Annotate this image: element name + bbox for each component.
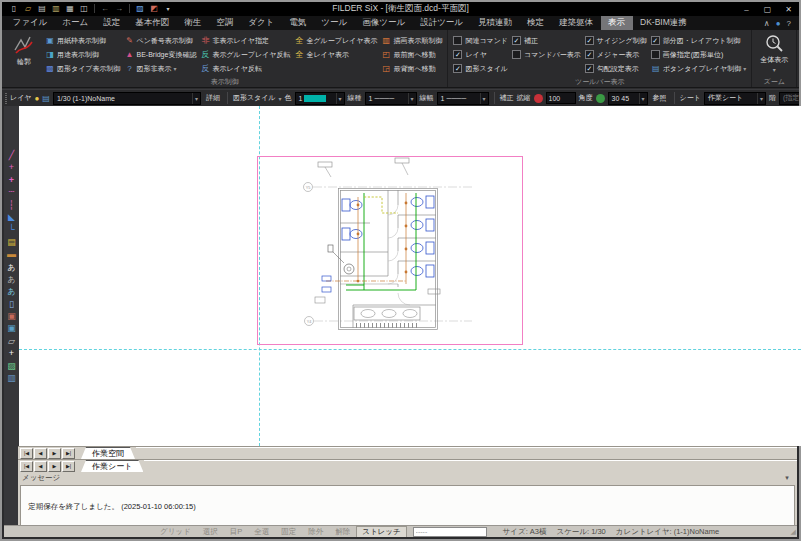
draw-order-control-button[interactable]: ▥ 描画表示順制御 bbox=[381, 34, 442, 47]
tab-building-frame[interactable]: 建築躯体 bbox=[552, 16, 601, 30]
qat-more-icon[interactable]: ▾ bbox=[163, 4, 173, 14]
tab-inspection[interactable]: 検定 bbox=[520, 16, 552, 30]
coordinate-tool-icon[interactable]: └ bbox=[6, 224, 18, 235]
insert-point-tool-icon[interactable]: + bbox=[6, 348, 18, 359]
undo-icon[interactable]: ← bbox=[100, 4, 110, 14]
tab-estimate-link[interactable]: 見積連動 bbox=[471, 16, 520, 30]
workspace-tab[interactable]: 作業空間 bbox=[81, 447, 135, 459]
tab-display[interactable]: 表示 bbox=[601, 16, 633, 30]
snap-cross-tool-icon[interactable]: + bbox=[6, 162, 18, 173]
angle-lock-icon[interactable] bbox=[596, 94, 605, 103]
toolbar-grip[interactable] bbox=[5, 93, 7, 104]
worksheet-tab[interactable]: 作業シート bbox=[81, 460, 143, 472]
be-bridge-check-button[interactable]: ▲ BE-Bridge変換確認 bbox=[125, 48, 197, 61]
next-sheet-button[interactable]: ▶ bbox=[48, 448, 61, 459]
select-all-toggle[interactable]: 全選 bbox=[248, 527, 275, 537]
edit-shape-tool-icon[interactable]: ▱ bbox=[6, 336, 18, 347]
next-worksheet-button[interactable]: ▶ bbox=[48, 461, 61, 472]
tab-electric[interactable]: 電気 bbox=[282, 16, 314, 30]
tab-hvac[interactable]: 空調 bbox=[209, 16, 241, 30]
angle-measure-tool-icon[interactable]: ◣ bbox=[6, 212, 18, 223]
print-icon[interactable]: ▦ bbox=[65, 4, 75, 14]
snap-point-toggle[interactable]: 目P bbox=[224, 527, 249, 537]
collapse-ribbon-icon[interactable]: ∧ bbox=[764, 19, 770, 28]
tab-settings[interactable]: 設定 bbox=[96, 16, 128, 30]
shape-hide-button[interactable]: ? 図形非表示 ▾ bbox=[125, 62, 197, 75]
stretch-toggle[interactable]: ストレッチ bbox=[356, 526, 406, 538]
layer-invert-button[interactable]: 反 表示レイヤ反転 bbox=[200, 62, 290, 75]
bring-to-front-button[interactable]: ◰ 最前面へ移動 bbox=[381, 48, 442, 61]
group-layer-invert-button[interactable]: 反 表示グループレイヤ反転 bbox=[200, 48, 290, 61]
checkbox-layer[interactable]: ✓ レイヤ bbox=[453, 48, 508, 61]
tab-file[interactable]: ファイル bbox=[5, 16, 55, 30]
text-edit-tool-icon[interactable]: あ bbox=[6, 274, 18, 285]
sheet-select[interactable]: 作業シート ▾ bbox=[704, 92, 766, 105]
tab-basic-draw[interactable]: 基本作図 bbox=[128, 16, 177, 30]
print-preview-icon[interactable]: ◫ bbox=[79, 4, 89, 14]
checkbox-image-assign[interactable]: 画像指定(図形単位) bbox=[651, 48, 747, 61]
grid-toggle[interactable]: グリッド bbox=[154, 527, 197, 537]
button-type-layer-control-button[interactable]: ▤ ボタンタイプレイヤ制御 ▾ bbox=[651, 62, 747, 75]
guide-line-tool-icon[interactable]: ┆ bbox=[6, 200, 18, 211]
fix-toggle[interactable]: 固定 bbox=[275, 527, 302, 537]
maximize-button[interactable]: ▢ bbox=[757, 3, 778, 16]
color-select[interactable]: 1 ▾ bbox=[295, 92, 345, 105]
resize-grip[interactable]: ◢ bbox=[791, 528, 797, 536]
tab-home[interactable]: ホーム bbox=[55, 16, 96, 30]
scale-lock-icon[interactable] bbox=[534, 94, 543, 103]
minimize-button[interactable]: – bbox=[736, 3, 757, 16]
text-tool-icon[interactable]: あ bbox=[6, 262, 18, 273]
layer-select[interactable]: 1/30 (1-1)NoName ▾ bbox=[53, 92, 201, 105]
info-icon[interactable]: ● bbox=[776, 19, 781, 28]
angle-select[interactable]: 30 45 ▾ bbox=[608, 92, 648, 105]
text-search-tool-icon[interactable]: あ bbox=[6, 286, 18, 297]
scale-input[interactable] bbox=[546, 92, 576, 104]
checkbox-slope-setting[interactable]: ✓ 勾配設定表示 bbox=[585, 62, 647, 75]
checkbox-shape-style[interactable]: ✓ 図形スタイル bbox=[453, 62, 508, 75]
help-icon[interactable]: ? bbox=[787, 19, 791, 28]
prev-sheet-button[interactable]: ◀ bbox=[34, 448, 47, 459]
all-group-layer-show-button[interactable]: 全 全グループレイヤ表示 bbox=[294, 34, 377, 47]
options-icon[interactable]: ◩ bbox=[149, 4, 159, 14]
move-to-layer-tool-icon[interactable]: ▣ bbox=[6, 323, 18, 334]
dimension-tool-icon[interactable]: ▬ bbox=[6, 249, 18, 260]
send-to-back-button[interactable]: ◲ 最背面へ移動 bbox=[381, 62, 442, 75]
exclude-toggle[interactable]: 除外 bbox=[302, 527, 329, 537]
new-file-icon[interactable]: ▯ bbox=[9, 4, 19, 14]
save-as-icon[interactable]: ▥ bbox=[51, 4, 61, 14]
checkbox-measure-display[interactable]: ✓ メジャー表示 bbox=[585, 48, 647, 61]
collapse-panel-icon[interactable]: ▾ bbox=[781, 474, 793, 482]
hatch-tool-icon[interactable]: ▤ bbox=[6, 237, 18, 248]
tab-image-tools[interactable]: 画像ツール bbox=[355, 16, 413, 30]
close-button[interactable]: ✕ bbox=[778, 3, 799, 16]
tab-duct[interactable]: ダクト bbox=[241, 16, 282, 30]
checkbox-correction[interactable]: ✓ 補正 bbox=[512, 34, 581, 47]
layer-detail-button[interactable]: 詳細 bbox=[204, 93, 222, 103]
status-input[interactable] bbox=[413, 527, 487, 537]
tab-sanitary[interactable]: 衛生 bbox=[177, 16, 209, 30]
open-folder-icon[interactable]: ▱ bbox=[23, 4, 33, 14]
drawing-canvas[interactable]: Y5 Y4 bbox=[19, 106, 801, 446]
tab-dk-bim[interactable]: DK-BIM連携 bbox=[633, 16, 695, 30]
first-worksheet-button[interactable]: |◀ bbox=[20, 461, 33, 472]
copy-to-layer-tool-icon[interactable]: ▣ bbox=[6, 311, 18, 322]
checkbox-related-command[interactable]: 関連コマンド bbox=[453, 34, 508, 47]
layer-palette-icon[interactable]: ▤ bbox=[42, 94, 50, 103]
bulb-icon[interactable]: ● bbox=[35, 94, 40, 103]
temporary-point-tool-icon[interactable]: + bbox=[6, 175, 18, 186]
redo-icon[interactable]: → bbox=[114, 4, 124, 14]
clipboard-icon[interactable]: ▨ bbox=[135, 4, 145, 14]
construction-line-tool-icon[interactable]: ┄ bbox=[6, 187, 18, 198]
fit-view-button[interactable]: 全体表示 ▾ bbox=[755, 32, 793, 73]
plot-frame-tool-icon[interactable]: ▯ bbox=[6, 299, 18, 310]
reference-button[interactable]: 参照 bbox=[651, 93, 669, 103]
first-sheet-button[interactable]: |◀ bbox=[20, 448, 33, 459]
layer-stack-tool-icon[interactable]: ▥ bbox=[6, 373, 18, 384]
all-layer-show-button[interactable]: 全 全レイヤ表示 bbox=[294, 48, 377, 61]
paper-frame-display-button[interactable]: ▣ 用紙枠表示制御 bbox=[45, 34, 121, 47]
last-worksheet-button[interactable]: ▶| bbox=[62, 461, 75, 472]
outline-redraw-button[interactable]: 輪郭 bbox=[5, 32, 43, 67]
pen-number-display-button[interactable]: ✎ ペン番号表示制御 bbox=[125, 34, 197, 47]
tab-tools[interactable]: ツール bbox=[314, 16, 355, 30]
image-insert-tool-icon[interactable]: ▨ bbox=[6, 361, 18, 372]
